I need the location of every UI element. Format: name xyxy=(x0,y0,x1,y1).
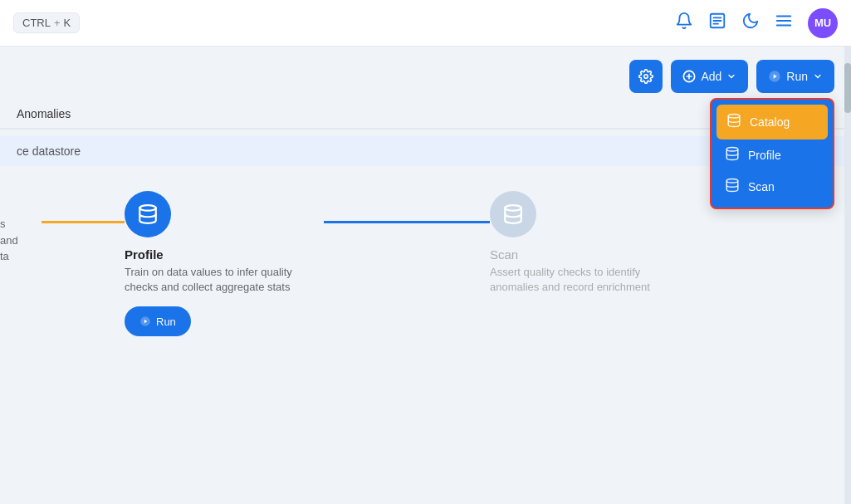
left-text-2: ta xyxy=(0,248,25,265)
scan-label: Scan xyxy=(748,180,775,193)
bell-icon[interactable] xyxy=(675,12,693,34)
keyboard-shortcut: CTRL + K xyxy=(13,12,80,33)
run-dropdown-menu: Catalog Profile xyxy=(710,98,834,209)
add-label: Add xyxy=(701,70,721,83)
svg-point-13 xyxy=(728,115,740,119)
catalog-label: Catalog xyxy=(750,115,790,129)
svg-point-19 xyxy=(505,205,521,211)
scan-step-desc: Assert quality checks to identify anomal… xyxy=(490,265,672,295)
menu-icon[interactable] xyxy=(775,12,793,34)
scan-step-info: Scan Assert quality checks to identify a… xyxy=(490,247,672,295)
scan-step-title: Scan xyxy=(490,247,672,262)
svg-point-14 xyxy=(726,148,738,152)
source-text: ce datastore xyxy=(17,144,81,158)
connector-left xyxy=(42,221,125,223)
key-label: K xyxy=(64,17,71,29)
run-label: Run xyxy=(786,70,808,83)
plus-label: + xyxy=(54,17,61,29)
anomalies-label: Anomalies xyxy=(17,107,71,120)
dropdown-item-catalog[interactable]: Catalog xyxy=(717,105,828,139)
avatar[interactable]: MU xyxy=(808,8,838,38)
connector-middle xyxy=(324,221,490,223)
svg-point-16 xyxy=(139,205,156,211)
scan-step-icon xyxy=(490,191,536,237)
scan-icon xyxy=(725,178,740,196)
notes-icon[interactable] xyxy=(708,12,726,34)
profile-step-icon xyxy=(125,191,171,237)
profile-icon xyxy=(725,146,740,164)
ctrl-label: CTRL xyxy=(22,17,51,29)
moon-icon[interactable] xyxy=(741,12,760,34)
add-button[interactable]: Add xyxy=(671,60,748,93)
svg-point-15 xyxy=(726,179,738,183)
svg-point-7 xyxy=(644,75,648,79)
toolbar-row: Add Run xyxy=(0,46,851,100)
dropdown-item-profile[interactable]: Profile xyxy=(717,139,828,171)
settings-button[interactable] xyxy=(629,60,663,93)
dropdown-item-scan[interactable]: Scan xyxy=(717,171,828,203)
scan-step: Scan Assert quality checks to identify a… xyxy=(490,191,672,295)
catalog-icon xyxy=(726,113,741,131)
profile-run-label: Run xyxy=(156,316,176,328)
left-text-1: s and xyxy=(0,216,25,248)
profile-step: Profile Train on data values to infer qu… xyxy=(125,191,324,336)
topbar: CTRL + K xyxy=(0,0,851,46)
topbar-right: MU xyxy=(675,8,838,38)
content-area: Add Run xyxy=(0,46,851,504)
profile-step-info: Profile Train on data values to infer qu… xyxy=(125,247,324,336)
profile-label: Profile xyxy=(748,149,781,162)
profile-step-desc: Train on data values to infer quality ch… xyxy=(125,265,324,295)
run-dropdown-container: Run Catalog xyxy=(756,60,834,93)
profile-run-button[interactable]: Run xyxy=(125,306,191,336)
scrollbar[interactable] xyxy=(844,46,851,504)
profile-step-title: Profile xyxy=(125,247,324,262)
run-button[interactable]: Run xyxy=(756,60,834,93)
